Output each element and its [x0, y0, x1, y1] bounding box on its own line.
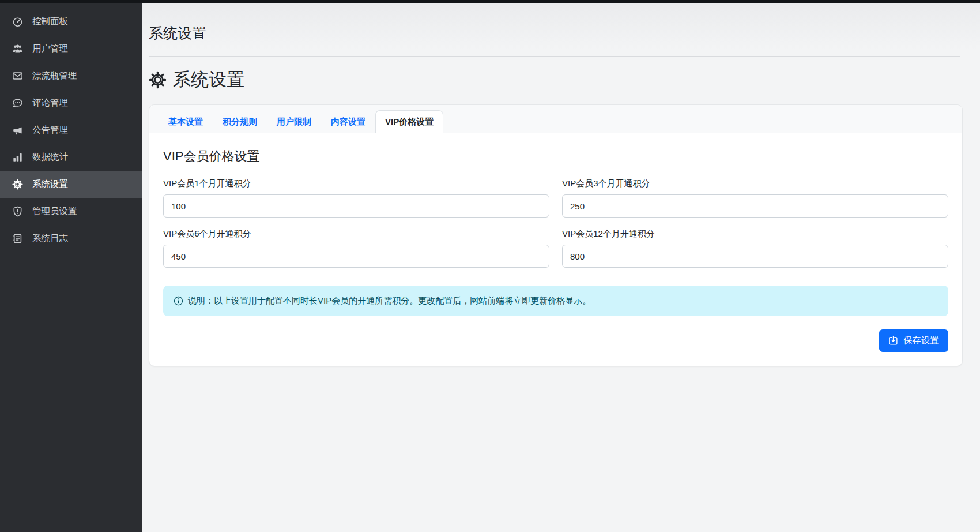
chat-dots-icon [12, 98, 23, 108]
bar-chart-icon [12, 152, 23, 163]
tab-vip-price-settings[interactable]: VIP价格设置 [375, 110, 443, 133]
sidebar: 控制面板 用户管理 漂流瓶管理 评论管理 公告管理 数据统计 系统设置 管理员 [0, 3, 142, 532]
settings-tabs: 基本设置 积分规则 用户限制 内容设置 VIP价格设置 [149, 105, 962, 133]
sidebar-item-label: 数据统计 [32, 151, 68, 163]
sidebar-item-label: 公告管理 [32, 124, 68, 136]
sidebar-item-label: 控制面板 [32, 16, 68, 28]
info-alert: 说明：以上设置用于配置不同时长VIP会员的开通所需积分。更改配置后，网站前端将立… [163, 286, 948, 316]
sidebar-item-admin-settings[interactable]: 管理员设置 [0, 198, 142, 225]
info-alert-text: 说明：以上设置用于配置不同时长VIP会员的开通所需积分。更改配置后，网站前端将立… [188, 295, 591, 306]
sidebar-item-dashboard[interactable]: 控制面板 [0, 8, 142, 35]
megaphone-icon [12, 125, 23, 136]
vip-1-month-input[interactable] [163, 194, 549, 218]
speedometer-icon [12, 16, 23, 27]
envelope-icon [12, 70, 23, 81]
app-layout: 控制面板 用户管理 漂流瓶管理 评论管理 公告管理 数据统计 系统设置 管理员 [0, 3, 980, 532]
shield-exclamation-icon [12, 206, 23, 217]
sidebar-item-system-settings[interactable]: 系统设置 [0, 171, 142, 198]
sidebar-item-system-logs[interactable]: 系统日志 [0, 225, 142, 252]
breadcrumb-title: 系统设置 [149, 24, 963, 43]
field-vip-12-month: VIP会员12个月开通积分 [562, 228, 948, 268]
sidebar-item-label: 系统设置 [32, 178, 68, 190]
field-label: VIP会员12个月开通积分 [562, 228, 948, 239]
save-icon [888, 336, 898, 346]
section-title: VIP会员价格设置 [163, 148, 948, 165]
sidebar-item-label: 评论管理 [32, 97, 68, 109]
sidebar-item-comments[interactable]: 评论管理 [0, 89, 142, 117]
field-label: VIP会员3个月开通积分 [562, 178, 948, 189]
gear-icon [12, 179, 23, 190]
journal-icon [12, 233, 23, 244]
tab-points-rules[interactable]: 积分规则 [213, 110, 267, 133]
tab-basic-settings[interactable]: 基本设置 [159, 110, 213, 133]
settings-card: 基本设置 积分规则 用户限制 内容设置 VIP价格设置 VIP会员价格设置 VI… [149, 104, 963, 366]
sidebar-item-label: 系统日志 [32, 233, 68, 245]
gear-icon [149, 71, 167, 89]
form-actions: 保存设置 [163, 329, 948, 352]
field-vip-6-month: VIP会员6个月开通积分 [163, 228, 549, 268]
header-divider [149, 56, 960, 57]
tab-panel-vip-price: VIP会员价格设置 VIP会员1个月开通积分 VIP会员3个月开通积分 VIP会… [149, 133, 962, 366]
field-vip-3-month: VIP会员3个月开通积分 [562, 178, 948, 218]
tab-content-settings[interactable]: 内容设置 [321, 110, 375, 133]
save-button-label: 保存设置 [903, 335, 939, 347]
vip-3-month-input[interactable] [562, 194, 948, 218]
field-label: VIP会员6个月开通积分 [163, 228, 549, 239]
save-button[interactable]: 保存设置 [879, 329, 948, 352]
field-label: VIP会员1个月开通积分 [163, 178, 549, 189]
sidebar-item-statistics[interactable]: 数据统计 [0, 144, 142, 171]
sidebar-item-announcements[interactable]: 公告管理 [0, 117, 142, 144]
vip-12-month-input[interactable] [562, 245, 948, 268]
main-content: 系统设置 系统设置 基本设置 积分规则 用户限制 内容设置 VIP价格设置 VI… [142, 3, 980, 532]
users-icon [12, 43, 23, 54]
info-circle-icon [174, 296, 183, 306]
sidebar-item-label: 管理员设置 [32, 205, 77, 218]
page-title-text: 系统设置 [173, 68, 244, 92]
vip-6-month-input[interactable] [163, 245, 549, 268]
page-title: 系统设置 [149, 68, 963, 92]
sidebar-item-bottles[interactable]: 漂流瓶管理 [0, 62, 142, 89]
sidebar-item-label: 用户管理 [32, 43, 68, 55]
vip-price-form: VIP会员1个月开通积分 VIP会员3个月开通积分 VIP会员6个月开通积分 V… [163, 178, 948, 268]
sidebar-item-label: 漂流瓶管理 [32, 70, 77, 82]
field-vip-1-month: VIP会员1个月开通积分 [163, 178, 549, 218]
sidebar-item-users[interactable]: 用户管理 [0, 35, 142, 62]
tab-user-limits[interactable]: 用户限制 [267, 110, 321, 133]
